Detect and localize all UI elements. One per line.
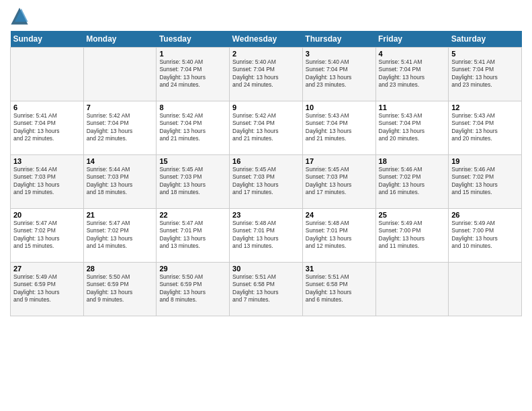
calendar-cell: 6Sunrise: 5:41 AM Sunset: 7:04 PM Daylig…	[11, 101, 84, 155]
day-info: Sunrise: 5:48 AM Sunset: 7:01 PM Dayligh…	[306, 220, 373, 250]
day-number: 9	[232, 103, 300, 111]
day-number: 15	[159, 157, 226, 165]
day-number: 3	[306, 50, 373, 58]
day-number: 14	[87, 157, 154, 165]
day-info: Sunrise: 5:45 AM Sunset: 7:03 PM Dayligh…	[306, 166, 373, 197]
header-row: SundayMondayTuesdayWednesdayThursdayFrid…	[11, 31, 522, 48]
calendar-cell: 16Sunrise: 5:45 AM Sunset: 7:03 PM Dayli…	[230, 155, 303, 209]
day-info: Sunrise: 5:40 AM Sunset: 7:04 PM Dayligh…	[232, 58, 300, 89]
week-row-3: 13Sunrise: 5:44 AM Sunset: 7:03 PM Dayli…	[11, 155, 522, 209]
day-number: 4	[379, 50, 446, 58]
day-number: 23	[232, 211, 300, 219]
day-number: 18	[379, 157, 446, 165]
calendar-cell: 2Sunrise: 5:40 AM Sunset: 7:04 PM Daylig…	[230, 48, 303, 101]
calendar-cell: 13Sunrise: 5:44 AM Sunset: 7:03 PM Dayli…	[11, 155, 84, 209]
day-number: 22	[159, 211, 226, 219]
calendar-cell: 15Sunrise: 5:45 AM Sunset: 7:03 PM Dayli…	[157, 155, 230, 209]
calendar-cell: 17Sunrise: 5:45 AM Sunset: 7:03 PM Dayli…	[302, 155, 375, 209]
day-info: Sunrise: 5:41 AM Sunset: 7:04 PM Dayligh…	[13, 112, 81, 143]
calendar-cell: 22Sunrise: 5:47 AM Sunset: 7:01 PM Dayli…	[157, 209, 230, 263]
week-row-5: 27Sunrise: 5:49 AM Sunset: 6:59 PM Dayli…	[11, 263, 522, 316]
calendar-cell: 5Sunrise: 5:41 AM Sunset: 7:04 PM Daylig…	[449, 48, 522, 101]
calendar-cell	[375, 263, 449, 316]
header-cell-sunday: Sunday	[11, 31, 84, 48]
header-cell-friday: Friday	[375, 31, 449, 48]
day-info: Sunrise: 5:48 AM Sunset: 7:01 PM Dayligh…	[232, 220, 300, 250]
week-row-1: 1Sunrise: 5:40 AM Sunset: 7:04 PM Daylig…	[11, 48, 522, 101]
day-number: 2	[232, 50, 300, 58]
day-number: 20	[13, 211, 81, 219]
day-info: Sunrise: 5:49 AM Sunset: 6:59 PM Dayligh…	[13, 273, 81, 304]
calendar-cell: 30Sunrise: 5:51 AM Sunset: 6:58 PM Dayli…	[230, 263, 303, 316]
day-info: Sunrise: 5:51 AM Sunset: 6:58 PM Dayligh…	[232, 273, 300, 304]
calendar-cell: 8Sunrise: 5:42 AM Sunset: 7:04 PM Daylig…	[157, 101, 230, 155]
day-info: Sunrise: 5:50 AM Sunset: 6:59 PM Dayligh…	[159, 273, 226, 304]
day-number: 25	[379, 211, 446, 219]
header-cell-monday: Monday	[83, 31, 157, 48]
calendar-cell: 24Sunrise: 5:48 AM Sunset: 7:01 PM Dayli…	[302, 209, 375, 263]
day-info: Sunrise: 5:49 AM Sunset: 7:00 PM Dayligh…	[379, 220, 446, 250]
day-number: 31	[306, 265, 373, 273]
calendar-cell	[11, 48, 84, 101]
calendar-cell: 29Sunrise: 5:50 AM Sunset: 6:59 PM Dayli…	[157, 263, 230, 316]
day-info: Sunrise: 5:43 AM Sunset: 7:04 PM Dayligh…	[379, 112, 446, 143]
day-info: Sunrise: 5:42 AM Sunset: 7:04 PM Dayligh…	[87, 112, 154, 143]
day-number: 6	[13, 103, 81, 111]
day-number: 17	[306, 157, 373, 165]
day-info: Sunrise: 5:40 AM Sunset: 7:04 PM Dayligh…	[159, 58, 226, 89]
calendar-cell: 28Sunrise: 5:50 AM Sunset: 6:59 PM Dayli…	[83, 263, 157, 316]
header	[10, 7, 522, 26]
day-number: 5	[451, 50, 519, 58]
day-number: 7	[87, 103, 154, 111]
calendar-cell	[83, 48, 157, 101]
day-number: 8	[159, 103, 226, 111]
day-info: Sunrise: 5:51 AM Sunset: 6:58 PM Dayligh…	[306, 273, 373, 304]
calendar-cell: 7Sunrise: 5:42 AM Sunset: 7:04 PM Daylig…	[83, 101, 157, 155]
calendar-cell: 20Sunrise: 5:47 AM Sunset: 7:02 PM Dayli…	[11, 209, 84, 263]
week-row-2: 6Sunrise: 5:41 AM Sunset: 7:04 PM Daylig…	[11, 101, 522, 155]
day-info: Sunrise: 5:47 AM Sunset: 7:01 PM Dayligh…	[159, 220, 226, 250]
calendar-cell: 18Sunrise: 5:46 AM Sunset: 7:02 PM Dayli…	[375, 155, 449, 209]
day-info: Sunrise: 5:42 AM Sunset: 7:04 PM Dayligh…	[232, 112, 300, 143]
calendar-cell: 27Sunrise: 5:49 AM Sunset: 6:59 PM Dayli…	[11, 263, 84, 316]
day-info: Sunrise: 5:49 AM Sunset: 7:00 PM Dayligh…	[451, 220, 519, 250]
day-number: 16	[232, 157, 300, 165]
day-number: 10	[306, 103, 373, 111]
calendar-cell: 12Sunrise: 5:43 AM Sunset: 7:04 PM Dayli…	[449, 101, 522, 155]
calendar-cell: 10Sunrise: 5:43 AM Sunset: 7:04 PM Dayli…	[302, 101, 375, 155]
day-info: Sunrise: 5:43 AM Sunset: 7:04 PM Dayligh…	[306, 112, 373, 143]
header-cell-thursday: Thursday	[302, 31, 375, 48]
day-info: Sunrise: 5:41 AM Sunset: 7:04 PM Dayligh…	[379, 58, 446, 89]
day-info: Sunrise: 5:44 AM Sunset: 7:03 PM Dayligh…	[87, 166, 154, 197]
day-info: Sunrise: 5:46 AM Sunset: 7:02 PM Dayligh…	[451, 166, 519, 197]
day-info: Sunrise: 5:45 AM Sunset: 7:03 PM Dayligh…	[232, 166, 300, 197]
calendar-cell: 25Sunrise: 5:49 AM Sunset: 7:00 PM Dayli…	[375, 209, 449, 263]
day-info: Sunrise: 5:44 AM Sunset: 7:03 PM Dayligh…	[13, 166, 81, 197]
day-number: 24	[306, 211, 373, 219]
day-number: 27	[13, 265, 81, 273]
calendar-cell: 4Sunrise: 5:41 AM Sunset: 7:04 PM Daylig…	[375, 48, 449, 101]
week-row-4: 20Sunrise: 5:47 AM Sunset: 7:02 PM Dayli…	[11, 209, 522, 263]
day-number: 21	[87, 211, 154, 219]
calendar-cell: 9Sunrise: 5:42 AM Sunset: 7:04 PM Daylig…	[230, 101, 303, 155]
day-number: 29	[159, 265, 226, 273]
main-container: SundayMondayTuesdayWednesdayThursdayFrid…	[0, 0, 532, 323]
header-cell-wednesday: Wednesday	[230, 31, 303, 48]
day-info: Sunrise: 5:41 AM Sunset: 7:04 PM Dayligh…	[451, 58, 519, 89]
day-number: 26	[451, 211, 519, 219]
day-number: 11	[379, 103, 446, 111]
day-info: Sunrise: 5:40 AM Sunset: 7:04 PM Dayligh…	[306, 58, 373, 89]
day-number: 19	[451, 157, 519, 165]
logo-icon	[10, 7, 29, 26]
day-info: Sunrise: 5:50 AM Sunset: 6:59 PM Dayligh…	[87, 273, 154, 304]
day-number: 30	[232, 265, 300, 273]
day-info: Sunrise: 5:47 AM Sunset: 7:02 PM Dayligh…	[87, 220, 154, 250]
calendar-cell: 1Sunrise: 5:40 AM Sunset: 7:04 PM Daylig…	[157, 48, 230, 101]
header-cell-tuesday: Tuesday	[157, 31, 230, 48]
day-info: Sunrise: 5:43 AM Sunset: 7:04 PM Dayligh…	[451, 112, 519, 143]
day-number: 12	[451, 103, 519, 111]
calendar-cell: 23Sunrise: 5:48 AM Sunset: 7:01 PM Dayli…	[230, 209, 303, 263]
calendar-cell: 21Sunrise: 5:47 AM Sunset: 7:02 PM Dayli…	[83, 209, 157, 263]
calendar-table: SundayMondayTuesdayWednesdayThursdayFrid…	[10, 31, 522, 316]
calendar-cell: 19Sunrise: 5:46 AM Sunset: 7:02 PM Dayli…	[449, 155, 522, 209]
